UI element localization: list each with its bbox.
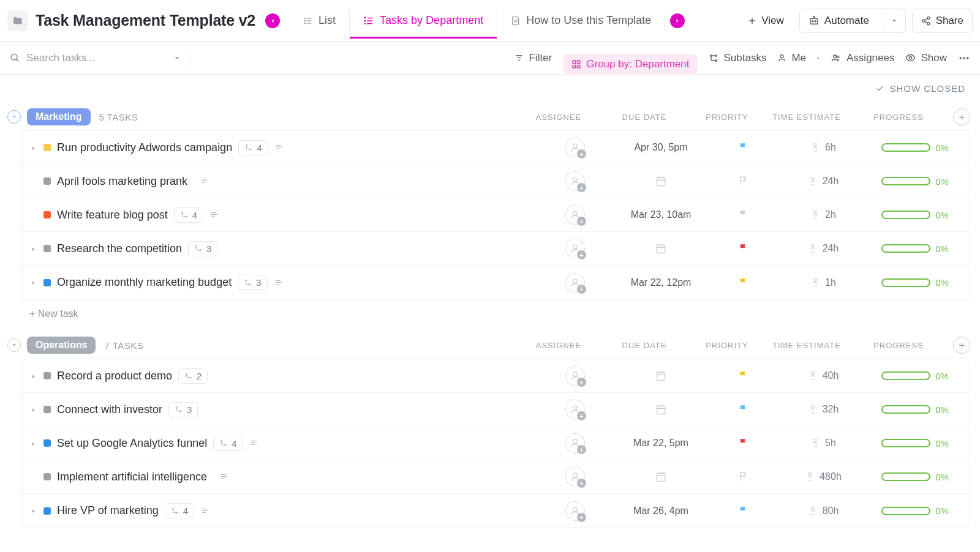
task-name[interactable]: Research the competition xyxy=(57,242,182,255)
task-name[interactable]: Set up Google Analytics funnel xyxy=(57,437,207,450)
task-name[interactable]: Connect with investor xyxy=(57,403,162,416)
priority-flag[interactable] xyxy=(738,471,749,482)
tab-department[interactable]: Tasks by Department xyxy=(350,3,497,38)
show-button[interactable]: Show xyxy=(905,52,947,64)
status-indicator[interactable] xyxy=(43,372,51,379)
task-name[interactable]: April fools marketing prank xyxy=(57,175,187,188)
status-indicator[interactable] xyxy=(43,144,51,151)
status-indicator[interactable] xyxy=(43,507,51,515)
time-estimate-cell[interactable]: 5h xyxy=(777,438,869,449)
set-due-date-button[interactable] xyxy=(655,403,667,416)
tab-howto[interactable]: How to Use this Template xyxy=(497,3,665,38)
assign-user-button[interactable] xyxy=(565,138,585,157)
show-closed-button[interactable]: SHOW CLOSED xyxy=(875,83,965,94)
subtask-count-chip[interactable]: 4 xyxy=(174,207,203,223)
set-due-date-button[interactable] xyxy=(655,242,667,255)
task-row[interactable]: ▸ Run productivity Adwords campaign 4 Ap… xyxy=(23,131,970,165)
tab-list[interactable]: List xyxy=(290,3,349,38)
assign-user-button[interactable] xyxy=(565,400,585,419)
nav-prev-button[interactable] xyxy=(265,13,280,28)
status-indicator[interactable] xyxy=(43,177,51,185)
priority-flag[interactable] xyxy=(738,243,749,254)
expand-task-button[interactable]: ▸ xyxy=(30,507,37,515)
task-name[interactable]: Write feature blog post xyxy=(57,209,168,222)
new-task-button[interactable]: + New task xyxy=(0,300,980,324)
more-options-button[interactable] xyxy=(958,52,970,64)
subtask-count-chip[interactable]: 4 xyxy=(238,140,268,155)
due-date-value[interactable]: Mar 22, 12pm xyxy=(631,277,692,288)
time-estimate-cell[interactable]: 6h xyxy=(777,142,869,153)
progress-cell[interactable]: 0% xyxy=(869,244,961,254)
me-button[interactable]: Me xyxy=(777,52,806,64)
header-time-estimate[interactable]: TIME ESTIMATE xyxy=(761,341,853,350)
subtask-count-chip[interactable]: 4 xyxy=(165,503,194,518)
progress-cell[interactable]: 0% xyxy=(869,176,961,187)
page-title[interactable]: Task Management Template v2 xyxy=(36,12,255,29)
header-assignee[interactable]: ASSIGNEE xyxy=(522,341,595,350)
status-indicator[interactable] xyxy=(43,473,51,480)
status-indicator[interactable] xyxy=(43,279,51,286)
time-estimate-cell[interactable]: 1h xyxy=(777,277,869,288)
priority-flag[interactable] xyxy=(738,176,749,187)
progress-cell[interactable]: 0% xyxy=(869,210,961,220)
progress-cell[interactable]: 0% xyxy=(869,438,961,449)
header-progress[interactable]: PROGRESS xyxy=(853,341,944,350)
automate-dropdown-caret[interactable] xyxy=(883,12,905,30)
description-icon[interactable] xyxy=(200,177,209,185)
automate-button[interactable]: Automate xyxy=(799,9,906,33)
progress-cell[interactable]: 0% xyxy=(869,505,961,516)
description-icon[interactable] xyxy=(274,278,284,287)
task-row[interactable]: ▸ Research the competition 3 xyxy=(23,232,970,266)
header-due-date[interactable]: DUE DATE xyxy=(595,341,693,350)
description-icon[interactable] xyxy=(249,439,259,447)
expand-task-button[interactable]: ▸ xyxy=(30,245,37,253)
description-icon[interactable] xyxy=(200,507,210,515)
time-estimate-cell[interactable]: 24h xyxy=(777,243,869,254)
subtask-count-chip[interactable]: 3 xyxy=(238,275,267,290)
task-name[interactable]: Hire VP of marketing xyxy=(57,504,159,517)
description-icon[interactable] xyxy=(219,472,229,481)
progress-cell[interactable]: 0% xyxy=(869,371,961,381)
assign-user-button[interactable] xyxy=(565,171,585,191)
status-indicator[interactable] xyxy=(43,406,51,413)
due-date-value[interactable]: Mar 22, 5pm xyxy=(633,438,688,449)
due-date-value[interactable]: Mar 23, 10am xyxy=(631,209,692,220)
task-row[interactable]: Write feature blog post 4 Mar 23, 10am xyxy=(23,198,970,232)
subtasks-button[interactable]: Subtasks xyxy=(709,52,766,64)
priority-flag[interactable] xyxy=(738,438,749,449)
task-row[interactable]: ▸ Record a product demo 2 xyxy=(23,359,970,393)
task-name[interactable]: Organize monthly marketing budget xyxy=(57,276,232,289)
description-icon[interactable] xyxy=(209,211,219,219)
set-due-date-button[interactable] xyxy=(655,370,667,382)
task-row[interactable]: ▸ Organize monthly marketing budget 3 Ma… xyxy=(23,266,970,299)
group-by-button[interactable]: Group by: Department xyxy=(563,54,698,75)
description-icon[interactable] xyxy=(274,143,284,152)
header-due-date[interactable]: DUE DATE xyxy=(595,113,693,122)
priority-flag[interactable] xyxy=(738,277,749,288)
nav-next-button[interactable] xyxy=(670,13,685,28)
expand-task-button[interactable]: ▸ xyxy=(30,406,37,414)
time-estimate-cell[interactable]: 40h xyxy=(777,370,869,381)
group-tag[interactable]: Operations xyxy=(27,337,96,354)
add-column-button[interactable] xyxy=(953,108,970,125)
assign-user-button[interactable] xyxy=(565,239,585,258)
set-due-date-button[interactable] xyxy=(655,175,667,187)
group-tag[interactable]: Marketing xyxy=(27,108,91,125)
header-priority[interactable]: PRIORITY xyxy=(693,341,761,350)
collapse-group-button[interactable] xyxy=(7,110,21,124)
priority-flag[interactable] xyxy=(738,370,749,381)
search-input[interactable] xyxy=(26,52,167,64)
expand-task-button[interactable]: ▸ xyxy=(30,144,37,152)
assign-user-button[interactable] xyxy=(565,501,585,521)
search-dropdown-caret[interactable] xyxy=(173,54,181,62)
status-indicator[interactable] xyxy=(43,439,51,447)
task-row[interactable]: ▸ Set up Google Analytics funnel 4 Mar 2… xyxy=(23,427,970,460)
task-row[interactable]: ▸ Hire VP of marketing 4 Mar 26, 4pm xyxy=(23,494,970,528)
priority-flag[interactable] xyxy=(738,142,749,153)
assign-user-button[interactable] xyxy=(565,433,585,453)
priority-flag[interactable] xyxy=(738,209,749,220)
time-estimate-cell[interactable]: 2h xyxy=(777,209,869,220)
assign-user-button[interactable] xyxy=(565,205,585,225)
task-row[interactable]: ▸ Connect with investor 3 xyxy=(23,393,970,427)
header-time-estimate[interactable]: TIME ESTIMATE xyxy=(761,113,853,122)
